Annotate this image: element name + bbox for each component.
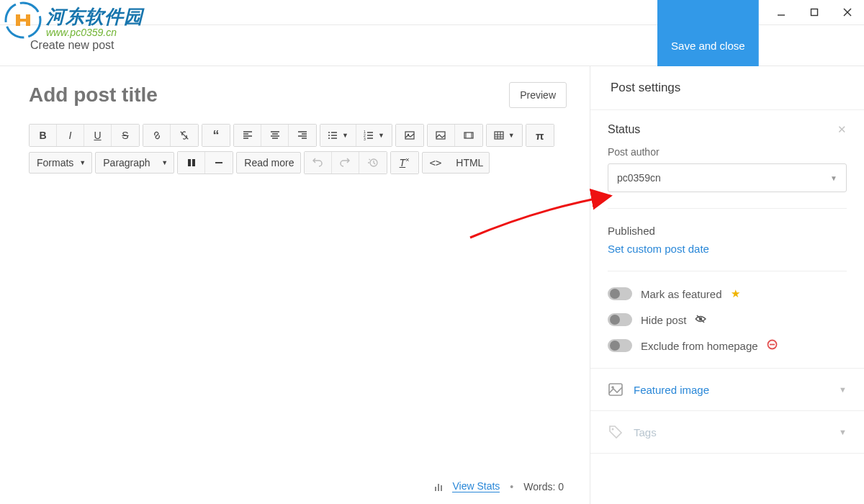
image-button[interactable]	[428, 125, 455, 146]
hide-post-toggle[interactable]	[608, 313, 632, 326]
svg-point-7	[328, 138, 330, 139]
formats-select[interactable]: Formats▼	[29, 152, 92, 174]
exclude-homepage-toggle[interactable]	[608, 339, 632, 352]
svg-rect-13	[436, 132, 445, 139]
separator-dot: •	[510, 481, 513, 492]
author-value: pc0359cn	[617, 172, 661, 184]
read-more-button[interactable]: Read more	[236, 152, 300, 174]
align-center-button[interactable]	[261, 125, 289, 146]
undo-button[interactable]	[305, 152, 332, 174]
exclude-icon	[767, 339, 778, 352]
clear-format-button[interactable]: T×	[391, 152, 418, 174]
featured-image-label: Featured image	[634, 384, 829, 396]
status-title: Status	[608, 123, 640, 136]
align-left-button[interactable]	[234, 125, 261, 146]
view-stats-link[interactable]: View Stats	[452, 480, 500, 492]
featured-label: Mark as featured	[641, 288, 722, 300]
editor-column: Preview B I U S “	[0, 66, 590, 504]
history-button[interactable]	[359, 152, 387, 174]
tags-section[interactable]: Tags ▼	[590, 411, 864, 454]
bold-button[interactable]: B	[30, 125, 57, 146]
svg-rect-16	[188, 159, 191, 166]
video-button[interactable]	[455, 125, 482, 146]
underline-button[interactable]: U	[84, 125, 112, 146]
hr-button[interactable]	[205, 152, 233, 174]
special-char-button[interactable]: π	[526, 125, 554, 146]
status-collapse-icon[interactable]: ✕	[837, 123, 847, 136]
numbered-list-button[interactable]: 123▼	[356, 125, 392, 146]
stats-icon	[435, 482, 442, 491]
star-icon: ★	[731, 287, 740, 300]
chevron-down-icon: ▼	[839, 385, 847, 394]
svg-rect-17	[192, 159, 195, 166]
editor-content-area[interactable]	[29, 174, 567, 480]
preview-button[interactable]: Preview	[509, 82, 567, 108]
chevron-down-icon: ▼	[830, 174, 837, 182]
sidebar-title: Post settings	[590, 66, 864, 110]
author-select[interactable]: pc0359cn ▼	[608, 163, 847, 192]
hide-post-label: Hide post	[641, 314, 686, 326]
editor-footer: View Stats • Words: 0	[29, 480, 567, 492]
redo-button[interactable]	[332, 152, 359, 174]
post-settings-sidebar: Post settings Status ✕ Post author pc035…	[590, 66, 864, 504]
featured-toggle[interactable]	[608, 287, 632, 300]
status-section: Status ✕ Post author pc0359cn ▼ Publishe…	[590, 110, 864, 369]
html-button[interactable]: <> HTML	[422, 152, 490, 174]
toc-button[interactable]	[178, 152, 205, 174]
exclude-label: Exclude from homepage	[641, 340, 758, 352]
align-right-button[interactable]	[289, 125, 316, 146]
table-button[interactable]: ▼	[487, 125, 522, 146]
published-label: Published	[608, 225, 847, 237]
set-post-date-link[interactable]: Set custom post date	[608, 243, 847, 255]
featured-image-section[interactable]: Featured image ▼	[590, 369, 864, 411]
chevron-down-icon: ▼	[839, 428, 847, 436]
post-title-input[interactable]	[29, 84, 509, 107]
svg-text:3: 3	[364, 137, 366, 140]
media-button[interactable]	[396, 125, 423, 146]
author-label: Post author	[608, 146, 847, 158]
eye-off-icon	[695, 314, 706, 326]
tags-label: Tags	[634, 426, 829, 438]
tag-icon	[608, 424, 624, 440]
svg-point-5	[328, 132, 330, 133]
svg-rect-15	[495, 132, 503, 139]
strikethrough-button[interactable]: S	[112, 125, 139, 146]
page-header: Create new post Save and close Close	[0, 25, 864, 66]
unlink-button[interactable]	[171, 125, 198, 146]
editor-toolbar-row1: B I U S “ ▼	[29, 124, 567, 147]
bullet-list-button[interactable]: ▼	[320, 125, 356, 146]
svg-point-6	[328, 135, 330, 136]
blockquote-button[interactable]: “	[202, 125, 230, 146]
word-count-label: Words: 0	[523, 481, 564, 492]
editor-toolbar-row2: Formats▼ Paragraph▼ Read more T× <> HTML	[29, 151, 567, 174]
link-button[interactable]	[143, 125, 171, 146]
svg-point-26	[612, 428, 614, 431]
italic-button[interactable]: I	[57, 125, 84, 146]
paragraph-select[interactable]: Paragraph▼	[95, 152, 174, 174]
page-title: Create new post	[30, 39, 114, 52]
image-icon	[608, 382, 624, 397]
